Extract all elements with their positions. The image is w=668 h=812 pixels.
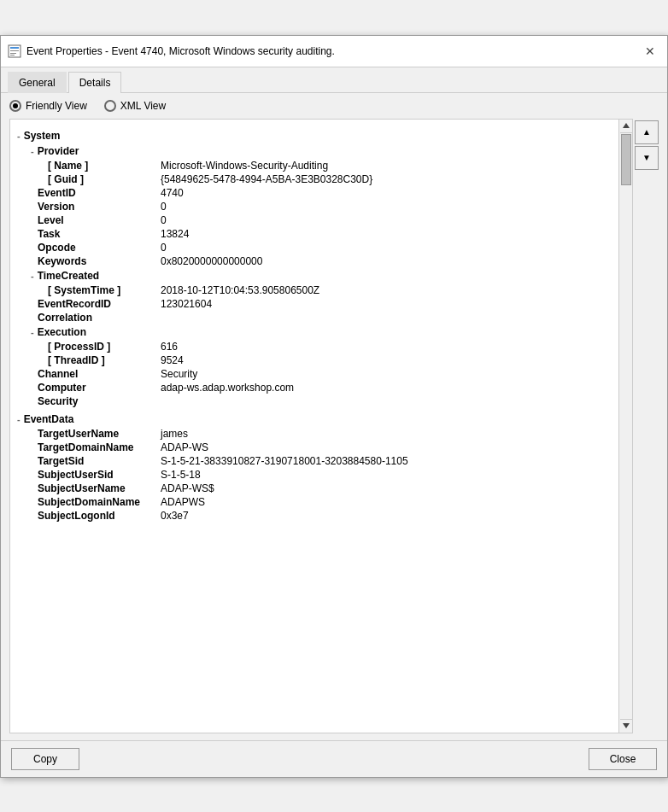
subjectusername-label: SubjectUserName (24, 482, 161, 494)
keywords-label: Keywords (24, 255, 161, 267)
provider-toggle[interactable]: - (31, 146, 34, 156)
targetdomainname-row: TargetDomainName ADAP-WS (10, 441, 632, 454)
subjectusersid-value: S-1-5-18 (161, 469, 201, 481)
processid-value: 616 (161, 341, 178, 353)
execution-label: Execution (38, 326, 86, 338)
subjectlogonid-value: 0x3e7 (161, 510, 189, 522)
provider-name-row: [ Name ] Microsoft-Windows-Security-Audi… (10, 159, 632, 172)
data-panel[interactable]: - System - Provider [ Name ] Microsoft-W… (9, 119, 633, 733)
eventdata-section-header: - EventData (10, 412, 632, 427)
eventrecordid-row: EventRecordID 123021604 (10, 297, 632, 311)
subjectusersid-row: SubjectUserSid S-1-5-18 (10, 468, 632, 482)
svg-rect-2 (10, 50, 19, 51)
computer-label: Computer (24, 382, 161, 394)
window-close-button[interactable]: ✕ (640, 41, 660, 61)
timecreated-label: TimeCreated (38, 270, 99, 282)
tab-general[interactable]: General (8, 72, 67, 93)
svg-rect-1 (10, 47, 19, 49)
provider-name-value: Microsoft-Windows-Security-Auditing (161, 160, 328, 172)
system-section-header: - System (10, 128, 632, 143)
provider-guid-label: [ Guid ] (24, 173, 161, 185)
eventid-value: 4740 (161, 187, 184, 199)
targetsid-label: TargetSid (24, 455, 161, 467)
xml-view-label: XML View (120, 100, 166, 112)
window-title: Event Properties - Event 4740, Microsoft… (26, 45, 335, 57)
eventdata-toggle[interactable]: - (17, 414, 21, 424)
targetusername-value: james (161, 428, 188, 440)
version-row: Version 0 (10, 200, 632, 213)
system-label: System (24, 130, 61, 142)
security-row: Security (10, 394, 632, 408)
copy-button[interactable]: Copy (11, 748, 79, 770)
friendly-view-radio[interactable] (9, 100, 21, 112)
systemtime-row: [ SystemTime ] 2018-10-12T10:04:53.90580… (10, 283, 632, 297)
subjectusername-value: ADAP-WS$ (161, 482, 214, 494)
version-value: 0 (161, 201, 167, 213)
channel-row: Channel Security (10, 367, 632, 381)
task-row: Task 13824 (10, 227, 632, 241)
execution-toggle[interactable]: - (31, 327, 34, 337)
targetdomainname-label: TargetDomainName (24, 441, 161, 453)
provider-label: Provider (38, 145, 79, 157)
timecreated-toggle[interactable]: - (31, 271, 34, 281)
event-properties-window: Event Properties - Event 4740, Microsoft… (0, 35, 668, 778)
task-label: Task (24, 228, 161, 240)
level-row: Level 0 (10, 213, 632, 227)
data-panel-inner: - System - Provider [ Name ] Microsoft-W… (10, 125, 632, 526)
scroll-down-button[interactable]: ▼ (635, 146, 659, 170)
eventid-row: EventID 4740 (10, 186, 632, 200)
subjectdomainname-label: SubjectDomainName (24, 496, 161, 508)
channel-label: Channel (24, 368, 161, 380)
targetsid-row: TargetSid S-1-5-21-3833910827-3190718001… (10, 454, 632, 468)
footer: Copy Close (1, 740, 667, 777)
close-button[interactable]: Close (589, 748, 657, 770)
subjectdomainname-value: ADAPWS (161, 496, 205, 508)
keywords-row: Keywords 0x8020000000000000 (10, 254, 632, 268)
eventrecordid-value: 123021604 (161, 298, 212, 310)
threadid-row: [ ThreadID ] 9524 (10, 353, 632, 367)
targetusername-row: TargetUserName james (10, 427, 632, 441)
eventdata-label: EventData (24, 413, 74, 425)
provider-section-header: - Provider (10, 143, 632, 159)
computer-row: Computer adap-ws.adap.workshop.com (10, 381, 632, 394)
scroll-thumb (621, 134, 631, 185)
title-bar: Event Properties - Event 4740, Microsoft… (1, 36, 667, 67)
correlation-label: Correlation (24, 312, 161, 324)
scroll-up-button[interactable]: ▲ (635, 120, 659, 144)
side-scroll-buttons: ▲ ▼ (635, 119, 659, 733)
threadid-value: 9524 (161, 354, 184, 366)
computer-value: adap-ws.adap.workshop.com (161, 382, 294, 394)
system-toggle[interactable]: - (17, 131, 21, 141)
content-area: Friendly View XML View - System - (1, 93, 667, 740)
subjectusersid-label: SubjectUserSid (24, 469, 161, 481)
systemtime-label: [ SystemTime ] (24, 284, 161, 296)
scroll-up-arrow[interactable] (620, 120, 632, 133)
svg-rect-4 (10, 55, 15, 55)
xml-view-option[interactable]: XML View (104, 100, 166, 112)
scroll-track (620, 133, 632, 719)
targetdomainname-value: ADAP-WS (161, 441, 208, 453)
title-bar-left: Event Properties - Event 4740, Microsoft… (8, 44, 335, 58)
channel-value: Security (161, 368, 197, 380)
data-panel-container: - System - Provider [ Name ] Microsoft-W… (9, 119, 659, 733)
tab-bar: General Details (1, 67, 667, 93)
friendly-view-label: Friendly View (26, 100, 87, 112)
security-label: Security (24, 395, 161, 407)
level-value: 0 (161, 214, 167, 226)
systemtime-value: 2018-10-12T10:04:53.905806500Z (161, 284, 319, 296)
provider-guid-row: [ Guid ] {54849625-5478-4994-A5BA-3E3B03… (10, 172, 632, 186)
provider-name-label: [ Name ] (24, 160, 161, 172)
tab-details[interactable]: Details (68, 72, 122, 93)
view-selector: Friendly View XML View (9, 100, 659, 112)
subjectusername-row: SubjectUserName ADAP-WS$ (10, 482, 632, 495)
scroll-down-arrow[interactable] (620, 719, 632, 733)
version-label: Version (24, 201, 161, 213)
scrollbar[interactable] (618, 120, 632, 733)
opcode-row: Opcode 0 (10, 241, 632, 254)
xml-view-radio[interactable] (104, 100, 116, 112)
opcode-label: Opcode (24, 242, 161, 254)
timecreated-section-header: - TimeCreated (10, 268, 632, 283)
correlation-row: Correlation (10, 311, 632, 324)
friendly-view-option[interactable]: Friendly View (9, 100, 87, 112)
svg-marker-5 (623, 123, 630, 128)
